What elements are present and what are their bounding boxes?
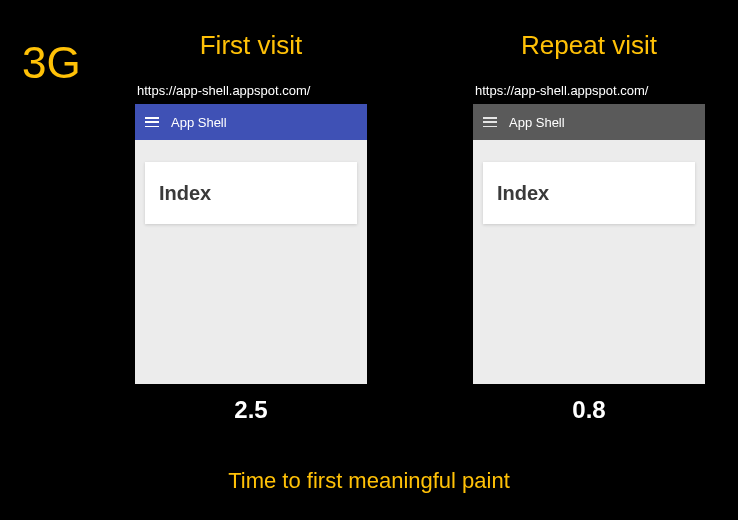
app-bar-first: App Shell xyxy=(135,104,367,140)
column-repeat-visit: Repeat visit https://app-shell.appspot.c… xyxy=(473,30,705,424)
hamburger-icon xyxy=(145,117,159,127)
url-label-repeat: https://app-shell.appspot.com/ xyxy=(473,83,648,98)
card-title-repeat: Index xyxy=(497,182,549,205)
column-first-visit: First visit https://app-shell.appspot.co… xyxy=(135,30,367,424)
heading-first-visit: First visit xyxy=(200,30,303,61)
columns-wrap: First visit https://app-shell.appspot.co… xyxy=(135,30,705,424)
card-title-first: Index xyxy=(159,182,211,205)
slide-caption: Time to first meaningful paint xyxy=(0,468,738,494)
phone-frame-first: App Shell Index xyxy=(135,104,367,384)
timing-first: 2.5 xyxy=(234,396,267,424)
hamburger-icon xyxy=(483,117,497,127)
phone-frame-repeat: App Shell Index xyxy=(473,104,705,384)
app-title-first: App Shell xyxy=(171,115,227,130)
content-card-first: Index xyxy=(145,162,357,224)
timing-repeat: 0.8 xyxy=(572,396,605,424)
network-badge: 3G xyxy=(22,38,81,88)
app-bar-repeat: App Shell xyxy=(473,104,705,140)
app-title-repeat: App Shell xyxy=(509,115,565,130)
content-card-repeat: Index xyxy=(483,162,695,224)
url-label-first: https://app-shell.appspot.com/ xyxy=(135,83,310,98)
heading-repeat-visit: Repeat visit xyxy=(521,30,657,61)
